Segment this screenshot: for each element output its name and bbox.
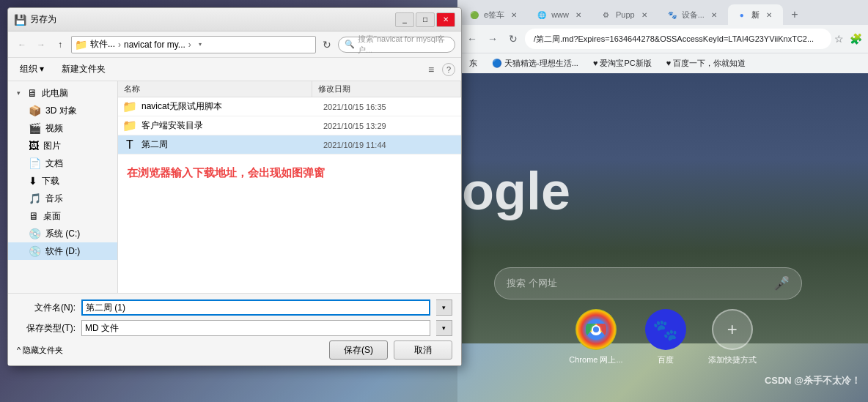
tab-bar: 🟢 e签车 ✕ 🌐 www ✕ ⚙ Pupp ✕ 🐾 设备... ✕ ● <box>457 0 868 25</box>
filename-dropdown-button[interactable]: ▾ <box>436 299 452 316</box>
file-row-week2[interactable]: T 第二周 2021/10/19 11:44 <box>118 135 461 155</box>
tab-close-new[interactable]: ✕ <box>764 10 774 20</box>
file-row-navicat[interactable]: 📁 navicat无限试用脚本 2021/10/15 16:35 <box>118 97 461 116</box>
tab-device[interactable]: 🐾 设备... ✕ <box>658 4 728 25</box>
bookmark-tmall[interactable]: 🔵 天猫精选-理想生活... <box>486 56 584 70</box>
address-input[interactable] <box>525 29 831 49</box>
toolbar-back-button[interactable]: ← <box>14 37 30 53</box>
bookmark-taobao-label: ♥ 爱淘宝PC新版 <box>593 58 652 69</box>
mic-icon[interactable]: 🎤 <box>773 275 790 291</box>
dialog-window-buttons: _ □ ✕ <box>395 12 455 27</box>
tab-close-pupp[interactable]: ✕ <box>639 10 650 20</box>
google-logo-partial: ogle <box>462 161 570 221</box>
action-buttons: 保存(S) 取消 <box>329 340 452 360</box>
add-shortcut-icon: + <box>712 309 753 350</box>
hide-folder-toggle[interactable]: ^ 隐藏文件夹 <box>17 345 63 356</box>
toolbar-up-button[interactable]: ↑ <box>52 37 68 53</box>
cancel-button[interactable]: 取消 <box>394 340 452 360</box>
path-dropdown-button[interactable]: ▾ <box>194 37 206 52</box>
filetype-dropdown-button[interactable]: ▾ <box>436 320 452 336</box>
extensions-icon[interactable]: 🧩 <box>850 33 862 45</box>
forward-button[interactable]: → <box>484 30 501 48</box>
tab-pupp[interactable]: ⚙ Pupp ✕ <box>592 4 658 25</box>
dialog-filelist: 名称 修改日期 📁 navicat无限试用脚本 2021/10/15 16:35… <box>118 81 461 293</box>
bookmark-taobao[interactable]: ♥ 爱淘宝PC新版 <box>587 56 658 70</box>
sidebar-item-d-drive[interactable]: 💿 软件 (D:) <box>8 242 117 260</box>
sidebar-label-pictures: 图片 <box>43 140 61 152</box>
tab-close-www[interactable]: ✕ <box>573 10 584 20</box>
sidebar-item-downloads[interactable]: ⬇ 下载 <box>8 172 117 190</box>
sidebar-item-computer[interactable]: ▾ 🖥 此电脑 <box>8 84 117 102</box>
search-placeholder: 搜索"navicat for mysql客户... <box>358 34 449 56</box>
tab-favicon-esigncar: 🟢 <box>469 10 479 20</box>
tab-label-device: 设备... <box>682 10 705 21</box>
path-separator: › <box>118 40 121 50</box>
file-row-client[interactable]: 📁 客户端安装目录 2021/10/15 13:29 <box>118 116 461 135</box>
tab-new[interactable]: ● 新 ✕ <box>728 4 783 25</box>
path-bar[interactable]: 📁 软件... › navicat for my... › ▾ <box>71 36 316 53</box>
bookmark-dong[interactable]: 东 <box>463 56 483 70</box>
tab-close-esigncar[interactable]: ✕ <box>509 10 519 20</box>
tab-www[interactable]: 🌐 www ✕ <box>528 4 592 25</box>
shortcut-add[interactable]: + 添加快捷方式 <box>708 309 757 365</box>
sidebar-item-c-drive[interactable]: 💿 系统 (C:) <box>8 225 117 242</box>
search-box[interactable]: 🔍 搜索"navicat for mysql客户... <box>338 37 455 53</box>
back-button[interactable]: ← <box>463 30 481 48</box>
path-sep-2: › <box>188 40 191 50</box>
tab-favicon-device: 🐾 <box>667 10 677 20</box>
filetype-select[interactable]: MD 文件 <box>81 320 430 336</box>
help-button[interactable]: ? <box>442 63 455 76</box>
reload-button[interactable]: ↻ <box>504 30 522 48</box>
tab-close-device[interactable]: ✕ <box>709 10 719 20</box>
sidebar-item-documents[interactable]: 📄 文档 <box>8 155 117 172</box>
browser-chrome-ui: 🟢 e签车 ✕ 🌐 www ✕ ⚙ Pupp ✕ 🐾 设备... ✕ ● <box>457 0 868 73</box>
shortcut-baidu[interactable]: 🐾 百度 <box>645 309 686 365</box>
tab-favicon-new: ● <box>737 10 747 20</box>
sidebar-icon-downloads: ⬇ <box>29 175 37 187</box>
organize-button[interactable]: 组织 ▾ <box>14 62 50 77</box>
sidebar-item-desktop[interactable]: 🖥 桌面 <box>8 207 117 225</box>
new-folder-button[interactable]: 新建文件夹 <box>56 62 111 77</box>
minimize-button[interactable]: _ <box>395 12 414 27</box>
baidu-shortcut-label: 百度 <box>658 354 674 365</box>
sidebar-label-d-drive: 软件 (D:) <box>45 245 80 258</box>
dialog-toolbar: ← → ↑ 📁 软件... › navicat for my... › ▾ ↻ … <box>8 31 461 58</box>
add-shortcut-label: 添加快捷方式 <box>708 354 757 365</box>
refresh-button[interactable]: ↻ <box>319 37 335 53</box>
view-toggle-button[interactable]: ≡ <box>423 62 439 78</box>
ntp-search-area: 搜索 个网址 🎤 <box>457 267 839 299</box>
sidebar-label-3d: 3D 对象 <box>45 105 77 117</box>
sidebar-item-video[interactable]: 🎬 视频 <box>8 119 117 137</box>
bookmark-baidu[interactable]: ♥ 百度一下，你就知道 <box>661 56 752 70</box>
col-header-name[interactable]: 名称 <box>118 81 312 97</box>
bookmark-baidu-label: ♥ 百度一下，你就知道 <box>666 58 746 69</box>
sidebar-label-documents: 文档 <box>45 157 63 170</box>
search-icon: 🔍 <box>345 40 355 49</box>
sidebar-label-c-drive: 系统 (C:) <box>45 228 80 240</box>
sidebar-label-music: 音乐 <box>45 193 63 205</box>
close-button[interactable]: ✕ <box>436 12 455 27</box>
ntp-search-box[interactable]: 搜索 个网址 🎤 <box>494 267 802 299</box>
new-tab-button[interactable]: + <box>786 6 803 23</box>
sidebar-item-music[interactable]: 🎵 音乐 <box>8 190 117 207</box>
col-header-date[interactable]: 修改日期 <box>312 81 461 97</box>
path-segment-2: navicat for my... <box>124 40 185 50</box>
toolbar-forward-button[interactable]: → <box>33 37 49 53</box>
chrome-shortcut-icon <box>575 309 617 350</box>
sidebar-label-computer: 此电脑 <box>42 87 68 100</box>
bookmark-star-icon[interactable]: ☆ <box>834 33 844 45</box>
filelist-header: 名称 修改日期 <box>118 81 461 97</box>
tab-esigncar[interactable]: 🟢 e签车 ✕ <box>460 4 528 25</box>
save-button[interactable]: 保存(S) <box>329 340 388 360</box>
filename-input[interactable] <box>81 299 430 316</box>
sidebar-item-3d[interactable]: 📦 3D 对象 <box>8 102 117 119</box>
maximize-button[interactable]: □ <box>416 12 435 27</box>
filename-row: 文件名(N): ▾ <box>17 299 452 316</box>
bookmark-dong-label: 东 <box>469 58 477 69</box>
file-date-week2: 2021/10/19 11:44 <box>323 141 461 149</box>
shortcut-chrome[interactable]: Chrome 网上... <box>569 309 622 365</box>
sidebar-item-pictures[interactable]: 🖼 图片 <box>8 137 117 155</box>
sidebar-icon-documents: 📄 <box>29 157 41 169</box>
bookmark-tmall-label: 🔵 天猫精选-理想生活... <box>492 58 578 69</box>
sidebar-icon-music: 🎵 <box>29 193 41 204</box>
